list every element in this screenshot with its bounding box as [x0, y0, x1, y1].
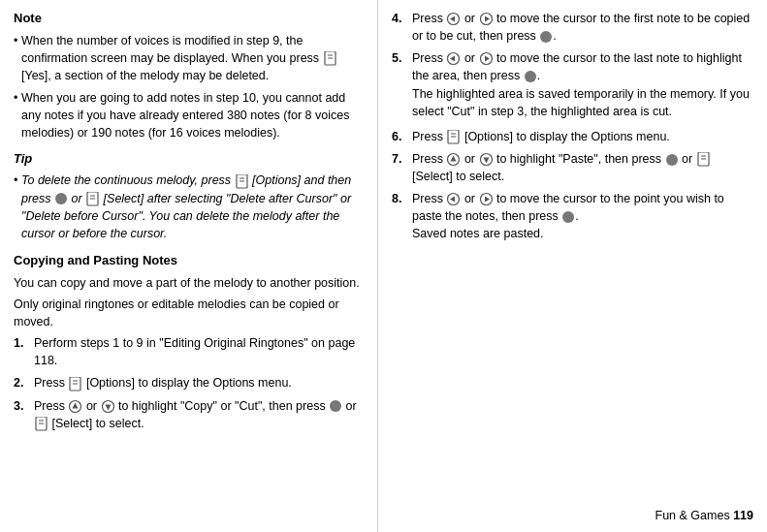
step-2-text: Press [Options] to display the Options m…: [34, 374, 366, 391]
step-6-num: 6.: [392, 128, 409, 145]
step-3-num: 3.: [14, 397, 31, 432]
options-icon-2: [236, 174, 248, 189]
svg-marker-31: [451, 156, 457, 162]
step-8-text: Press or to move the cursor to the point…: [412, 190, 753, 242]
options-icon-6: [447, 130, 460, 144]
circle-btn-3: [540, 31, 552, 43]
options-icon-3: [86, 192, 99, 206]
note-item-2: When you are going to add notes in step …: [14, 89, 366, 141]
step-3-text: Press or to highlight "Copy" or "Cut", t…: [34, 397, 366, 432]
step-4-text: Press or to move the cursor to the first…: [412, 10, 753, 45]
page: Note When the number of voices is modifi…: [0, 0, 767, 532]
svg-marker-22: [485, 16, 490, 22]
svg-marker-15: [105, 404, 111, 410]
svg-marker-33: [483, 158, 489, 164]
svg-marker-13: [73, 402, 79, 408]
step-2-num: 2.: [14, 374, 31, 391]
step-5: 5. Press or to move the cursor to the la…: [392, 49, 753, 120]
step-5-text: Press or to move the cursor to the last …: [412, 49, 753, 120]
nav-left-icon-2: [447, 51, 460, 66]
step-5-num: 5.: [392, 49, 409, 120]
options-icon-7: [697, 152, 710, 167]
section-title: Copying and Pasting Notes: [14, 252, 366, 270]
section-intro-2: Only original ringtones or editable melo…: [14, 296, 366, 330]
step-2: 2. Press [Options] to display the Option…: [14, 374, 366, 391]
nav-up-icon-1: [69, 399, 81, 414]
svg-marker-26: [485, 56, 490, 62]
footer: Fun & Games 119: [655, 507, 753, 524]
step-7-num: 7.: [392, 150, 409, 185]
circle-btn-6: [562, 211, 574, 223]
left-steps-list: 1. Perform steps 1 to 9 in "Editing Orig…: [14, 334, 366, 432]
step-4-num: 4.: [392, 10, 409, 45]
step-1-text: Perform steps 1 to 9 in "Editing Origina…: [34, 334, 366, 369]
nav-up-icon-2: [447, 152, 460, 167]
note-label: Note: [14, 10, 366, 28]
nav-right-icon-3: [480, 192, 493, 206]
svg-marker-20: [450, 16, 455, 22]
step-3: 3. Press or to highlight "Copy" or "Cut"…: [14, 397, 366, 432]
left-column: Note When the number of voices is modifi…: [0, 0, 378, 532]
options-icon-4: [69, 377, 81, 391]
step-8-num: 8.: [392, 190, 409, 242]
circle-btn-5: [666, 154, 678, 166]
step-7: 7. Press or to highlight "Paste", then p…: [392, 150, 753, 185]
svg-marker-38: [450, 197, 455, 203]
step-4: 4. Press or to move the cursor to the fi…: [392, 10, 753, 45]
step-1: 1. Perform steps 1 to 9 in "Editing Orig…: [14, 334, 366, 369]
nav-right-icon-1: [480, 12, 493, 26]
circle-btn-4: [525, 71, 536, 82]
step-6-text: Press [Options] to display the Options m…: [412, 128, 753, 145]
step-6: 6. Press [Options] to display the Option…: [392, 128, 753, 145]
options-icon-5: [35, 417, 48, 431]
tip-item-1: To delete the continuous melody, press […: [14, 172, 366, 242]
nav-left-icon-3: [447, 192, 460, 206]
nav-right-icon-2: [480, 51, 493, 66]
section-intro-1: You can copy and move a part of the melo…: [14, 274, 366, 292]
footer-page: 119: [733, 509, 753, 522]
right-steps-list: 4. Press or to move the cursor to the fi…: [392, 10, 753, 243]
circle-btn-2: [330, 400, 341, 412]
nav-down-icon-1: [102, 399, 114, 414]
nav-left-icon-1: [447, 12, 460, 26]
svg-marker-24: [450, 56, 455, 62]
step-8: 8. Press or to move the cursor to the po…: [392, 190, 753, 242]
circle-btn-1: [55, 193, 67, 204]
note-item-1: When the number of voices is modified in…: [14, 32, 366, 84]
right-column: 4. Press or to move the cursor to the fi…: [378, 0, 767, 532]
svg-marker-40: [485, 197, 490, 203]
step-1-num: 1.: [14, 334, 31, 369]
nav-down-icon-2: [480, 152, 493, 167]
options-icon-1: [324, 51, 336, 66]
tip-label: Tip: [14, 150, 366, 169]
footer-section: Fun & Games: [655, 509, 730, 522]
step-7-text: Press or to highlight "Paste", then pres…: [412, 150, 753, 185]
